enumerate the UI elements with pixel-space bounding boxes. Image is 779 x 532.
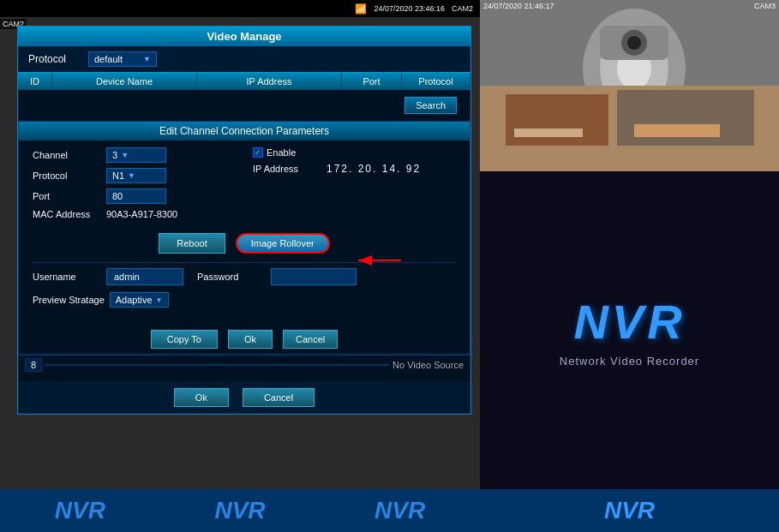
mac-row: MAC Address 90A3-A917-8300 bbox=[33, 209, 236, 219]
timestamp: 24/07/2020 23:46:16 bbox=[374, 4, 445, 13]
preview-stratage-dropdown[interactable]: Adaptive ▼ bbox=[110, 292, 169, 308]
channel-value[interactable]: 3 ▼ bbox=[106, 147, 166, 163]
svg-rect-12 bbox=[514, 129, 583, 137]
search-button[interactable]: Search bbox=[404, 97, 457, 114]
camera-feed-top bbox=[480, 0, 779, 171]
channel-number: 8 bbox=[25, 358, 42, 372]
th-device-name: Device Name bbox=[52, 73, 197, 90]
password-group: Password bbox=[197, 268, 357, 285]
channel-label: Channel bbox=[33, 150, 101, 160]
nvr-logo: NVR bbox=[573, 294, 685, 350]
credentials-row: Username admin Password bbox=[19, 265, 470, 289]
copy-ok-cancel-row: Copy To Ok Cancel bbox=[19, 325, 470, 354]
bottom-ok-button[interactable]: Ok bbox=[174, 388, 229, 407]
username-input[interactable]: admin bbox=[106, 268, 183, 285]
right-nvr-bottom: NVR bbox=[480, 489, 779, 532]
th-id: ID bbox=[18, 73, 52, 90]
cam-top-right-label: CAM3 bbox=[754, 2, 776, 10]
copy-to-button[interactable]: Copy To bbox=[151, 330, 218, 349]
nvr-bar-text-1: NVR bbox=[55, 497, 105, 524]
ok-button[interactable]: Ok bbox=[228, 330, 273, 349]
protocol-field-row: Protocol N1 ▼ bbox=[33, 168, 236, 183]
nvr-section: NVR Network Video Recorder bbox=[480, 171, 779, 489]
preview-stratage-row: Preview Stratage Adaptive ▼ bbox=[19, 289, 470, 311]
edit-section-title: Edit Channel Connection Parameters bbox=[19, 122, 470, 140]
nvr-bar-text-3: NVR bbox=[375, 497, 425, 524]
th-protocol: Protocol bbox=[402, 73, 470, 90]
separator-1 bbox=[33, 262, 456, 263]
svg-point-8 bbox=[627, 36, 641, 50]
svg-rect-11 bbox=[617, 90, 754, 146]
protocol-field-label: Protocol bbox=[33, 170, 101, 181]
bottom-action-buttons: Ok Cancel bbox=[18, 381, 470, 414]
port-row: Port 80 bbox=[33, 188, 236, 204]
table-header: ID Device Name IP Address Port Protocol bbox=[18, 72, 470, 90]
ip-address-row: IP Address 172. 20. 14. 92 bbox=[253, 163, 456, 175]
preview-stratage-label: Preview Stratage bbox=[33, 295, 105, 305]
channel-row: Channel 3 ▼ bbox=[33, 147, 236, 163]
video-manage-dialog: Video Manage Protocol default ▼ ID Devic… bbox=[17, 26, 471, 415]
status-bar: 📶 24/07/2020 23:46:16 CAM2 bbox=[0, 0, 480, 17]
port-value[interactable]: 80 bbox=[106, 188, 166, 204]
nvr-bottom-bar: NVR NVR NVR bbox=[0, 489, 480, 532]
cam-top-right-timestamp: 24/07/2020 21:46:17 bbox=[483, 2, 554, 10]
enable-checkbox-group[interactable]: ✓ Enable bbox=[253, 147, 335, 158]
username-label: Username bbox=[33, 272, 101, 282]
password-label: Password bbox=[197, 272, 266, 282]
camera-top-right: 24/07/2020 21:46:17 CAM3 bbox=[480, 0, 779, 171]
no-video-text: No Video Source bbox=[392, 360, 464, 370]
protocol-field-value[interactable]: N1 ▼ bbox=[106, 168, 166, 183]
edit-section: Edit Channel Connection Parameters Chann… bbox=[18, 121, 470, 355]
protocol-row: Protocol default ▼ bbox=[18, 46, 470, 72]
port-label: Port bbox=[33, 191, 101, 201]
action-buttons-row: Reboot Image Rollover bbox=[19, 226, 470, 260]
cam-label: CAM2 bbox=[452, 4, 473, 13]
channel-bar-line bbox=[45, 364, 389, 366]
svg-rect-13 bbox=[634, 124, 720, 137]
enable-checkbox[interactable]: ✓ bbox=[253, 147, 263, 158]
bottom-cancel-button[interactable]: Cancel bbox=[243, 388, 315, 407]
nvr-subtitle: Network Video Recorder bbox=[560, 355, 699, 368]
ip-address-label: IP Address bbox=[253, 164, 321, 174]
ip-address-value: 172. 20. 14. 92 bbox=[327, 163, 421, 175]
enable-row: ✓ Enable bbox=[253, 147, 456, 158]
camera-top-right-visual bbox=[480, 0, 779, 171]
th-port: Port bbox=[342, 73, 402, 90]
mac-label: MAC Address bbox=[33, 209, 101, 219]
username-group: Username admin bbox=[33, 268, 183, 285]
protocol-dropdown[interactable]: default ▼ bbox=[88, 51, 157, 67]
wifi-icon: 📶 bbox=[355, 3, 367, 15]
svg-rect-10 bbox=[506, 94, 608, 146]
enable-label: Enable bbox=[267, 147, 335, 158]
dialog-title: Video Manage bbox=[18, 27, 470, 46]
nvr-bar-text-2: NVR bbox=[214, 497, 265, 524]
th-ip-address: IP Address bbox=[197, 73, 342, 90]
mac-value: 90A3-A917-8300 bbox=[106, 209, 177, 219]
password-input[interactable] bbox=[271, 268, 357, 285]
cancel-button[interactable]: Cancel bbox=[283, 330, 338, 349]
edit-body: Channel 3 ▼ Protocol N1 ▼ bbox=[19, 140, 470, 226]
image-rollover-button[interactable]: Image Rollover bbox=[236, 233, 330, 254]
right-nvr-text: NVR bbox=[604, 497, 655, 524]
channel-bar: 8 No Video Source bbox=[18, 355, 470, 374]
reboot-button[interactable]: Reboot bbox=[159, 233, 225, 254]
protocol-label: Protocol bbox=[28, 53, 80, 65]
